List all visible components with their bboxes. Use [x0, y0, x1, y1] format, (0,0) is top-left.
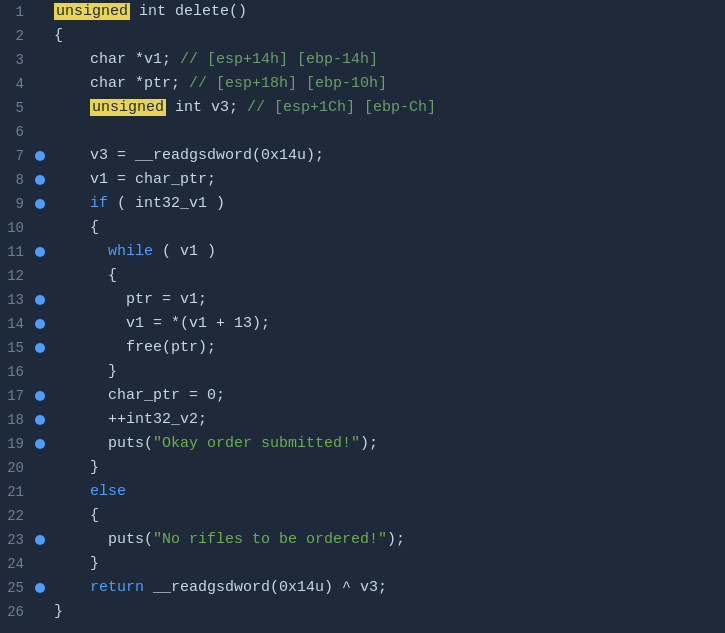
line-number: 12: [0, 264, 32, 288]
code-content: if ( int32_v1 ): [48, 192, 725, 216]
code-content: char_ptr = 0;: [48, 384, 725, 408]
breakpoint-indicator: [32, 295, 48, 305]
line-number: 25: [0, 576, 32, 600]
code-token: [54, 483, 90, 500]
code-content: v1 = *(v1 + 13);: [48, 312, 725, 336]
code-line: 11 while ( v1 ): [0, 240, 725, 264]
line-number: 2: [0, 24, 32, 48]
code-content: {: [48, 216, 725, 240]
code-content: unsigned int delete(): [48, 0, 725, 24]
code-token: char_ptr = 0;: [54, 387, 225, 404]
code-line: 18 ++int32_v2;: [0, 408, 725, 432]
code-token: int v3;: [166, 99, 247, 116]
code-line: 22 {: [0, 504, 725, 528]
string-literal: "No rifles to be ordered!": [153, 531, 387, 548]
breakpoint-indicator: [32, 151, 48, 161]
string-literal: "Okay order submitted!": [153, 435, 360, 452]
code-token: v3 = __readgsdword(0x14u);: [54, 147, 324, 164]
code-token: }: [54, 363, 117, 380]
line-number: 15: [0, 336, 32, 360]
code-token: ( int32_v1 ): [108, 195, 225, 212]
code-token: v1 = *(v1 + 13);: [54, 315, 270, 332]
code-token: );: [360, 435, 378, 452]
code-editor: 1unsigned int delete()2{3 char *v1; // […: [0, 0, 725, 633]
breakpoint-indicator: [32, 343, 48, 353]
code-line: 6: [0, 120, 725, 144]
line-number: 4: [0, 72, 32, 96]
code-token: [54, 99, 90, 116]
code-token: int delete(): [130, 3, 247, 20]
line-number: 9: [0, 192, 32, 216]
line-number: 13: [0, 288, 32, 312]
code-content: }: [48, 456, 725, 480]
line-number: 20: [0, 456, 32, 480]
code-content: char *ptr; // [esp+18h] [ebp-10h]: [48, 72, 725, 96]
code-content: }: [48, 552, 725, 576]
code-line: 25 return __readgsdword(0x14u) ^ v3;: [0, 576, 725, 600]
code-token: v1 = char_ptr;: [54, 171, 216, 188]
breakpoint-indicator: [32, 583, 48, 593]
code-content: }: [48, 600, 725, 624]
line-number: 7: [0, 144, 32, 168]
code-content: char *v1; // [esp+14h] [ebp-14h]: [48, 48, 725, 72]
code-line: 14 v1 = *(v1 + 13);: [0, 312, 725, 336]
code-line: 20 }: [0, 456, 725, 480]
line-number: 23: [0, 528, 32, 552]
breakpoint-indicator: [32, 175, 48, 185]
keyword-highlight: unsigned: [54, 3, 130, 20]
code-line: 8 v1 = char_ptr;: [0, 168, 725, 192]
code-token: char *ptr;: [54, 75, 189, 92]
keyword: return: [90, 579, 144, 596]
line-number: 17: [0, 384, 32, 408]
code-line: 19 puts("Okay order submitted!");: [0, 432, 725, 456]
code-line: 1unsigned int delete(): [0, 0, 725, 24]
code-content: puts("No rifles to be ordered!");: [48, 528, 725, 552]
comment: // [esp+18h] [ebp-10h]: [189, 75, 387, 92]
code-content: else: [48, 480, 725, 504]
code-line: 17 char_ptr = 0;: [0, 384, 725, 408]
code-line: 5 unsigned int v3; // [esp+1Ch] [ebp-Ch]: [0, 96, 725, 120]
code-token: [54, 579, 90, 596]
code-token: {: [54, 27, 63, 44]
code-line: 9 if ( int32_v1 ): [0, 192, 725, 216]
code-content: puts("Okay order submitted!");: [48, 432, 725, 456]
code-token: {: [54, 219, 99, 236]
code-token: __readgsdword(0x14u) ^ v3;: [144, 579, 387, 596]
code-token: ++int32_v2;: [54, 411, 207, 428]
code-line: 24 }: [0, 552, 725, 576]
code-line: 12 {: [0, 264, 725, 288]
line-number: 19: [0, 432, 32, 456]
code-content: }: [48, 360, 725, 384]
code-content: {: [48, 264, 725, 288]
line-number: 6: [0, 120, 32, 144]
keyword: while: [108, 243, 153, 260]
code-token: }: [54, 555, 99, 572]
code-line: 4 char *ptr; // [esp+18h] [ebp-10h]: [0, 72, 725, 96]
code-content: ++int32_v2;: [48, 408, 725, 432]
line-number: 10: [0, 216, 32, 240]
code-line: 3 char *v1; // [esp+14h] [ebp-14h]: [0, 48, 725, 72]
breakpoint-indicator: [32, 247, 48, 257]
line-number: 22: [0, 504, 32, 528]
breakpoint-indicator: [32, 199, 48, 209]
keyword: else: [90, 483, 126, 500]
code-token: }: [54, 603, 63, 620]
code-line: 7 v3 = __readgsdword(0x14u);: [0, 144, 725, 168]
line-number: 18: [0, 408, 32, 432]
code-content: ptr = v1;: [48, 288, 725, 312]
code-content: while ( v1 ): [48, 240, 725, 264]
code-token: puts(: [54, 531, 153, 548]
code-token: );: [387, 531, 405, 548]
breakpoint-indicator: [32, 319, 48, 329]
line-number: 3: [0, 48, 32, 72]
code-token: puts(: [54, 435, 153, 452]
code-line: 15 free(ptr);: [0, 336, 725, 360]
comment: // [esp+1Ch] [ebp-Ch]: [247, 99, 436, 116]
code-line: 2{: [0, 24, 725, 48]
line-number: 11: [0, 240, 32, 264]
line-number: 8: [0, 168, 32, 192]
keyword: if: [90, 195, 108, 212]
code-content: free(ptr);: [48, 336, 725, 360]
code-token: [54, 243, 108, 260]
line-number: 5: [0, 96, 32, 120]
